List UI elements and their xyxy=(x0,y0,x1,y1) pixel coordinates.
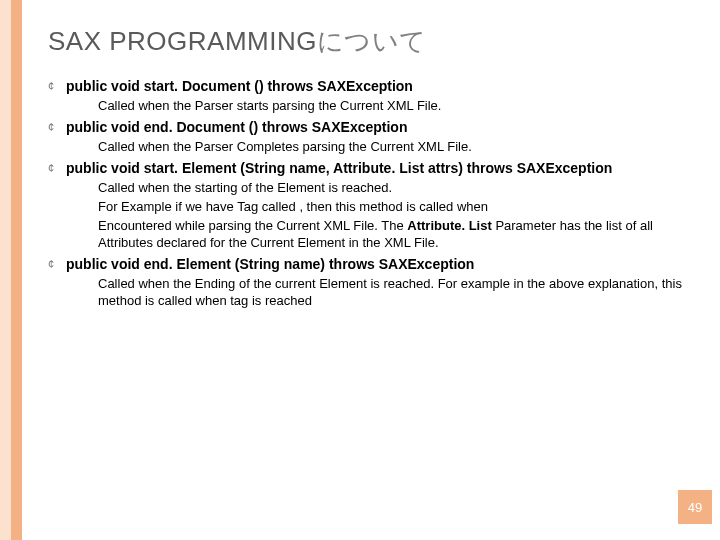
outline-list: ¢ public void start. Document () throws … xyxy=(48,77,684,309)
sublist: Called when the Ending of the current El… xyxy=(78,275,684,309)
list-item: ¢ public void end. Document () throws SA… xyxy=(48,118,684,155)
title-jp: について xyxy=(317,26,427,56)
list-item: ¢ public void start. Document () throws … xyxy=(48,77,684,114)
content-area: SAX PROGRAMMINGについて ¢ public void start.… xyxy=(22,0,720,540)
heading-text: public void end. Element (String name) t… xyxy=(66,255,474,273)
list-item: Called when the starting of the Element … xyxy=(78,179,684,196)
heading-text: public void end. Document () throws SAXE… xyxy=(66,118,407,136)
list-item: Called when the Parser starts parsing th… xyxy=(78,97,684,114)
sub-text: Called when the Parser Completes parsing… xyxy=(98,138,472,155)
stripe-light xyxy=(0,0,11,540)
sub-text: Called when the Parser starts parsing th… xyxy=(98,97,441,114)
list-item: Called when the Ending of the current El… xyxy=(78,275,684,309)
slide-title: SAX PROGRAMMINGについて xyxy=(48,24,684,59)
bullet-lvl1: ¢ xyxy=(48,118,66,136)
sub-text: Encountered while parsing the Current XM… xyxy=(98,217,684,251)
title-prefix: SAX P xyxy=(48,26,127,56)
stripe-dark xyxy=(11,0,22,540)
heading-text: public void start. Element (String name,… xyxy=(66,159,612,177)
list-item: Encountered while parsing the Current XM… xyxy=(78,217,684,251)
bullet-lvl1: ¢ xyxy=(48,255,66,273)
list-item: Called when the Parser Completes parsing… xyxy=(78,138,684,155)
list-item: For Example if we have Tag called … , th… xyxy=(78,198,684,215)
list-item: ¢ public void start. Element (String nam… xyxy=(48,159,684,251)
left-accent xyxy=(0,0,22,540)
bullet-lvl1: ¢ xyxy=(48,159,66,177)
sub-text: Called when the starting of the Element … xyxy=(98,179,392,196)
sublist: Called when the Parser Completes parsing… xyxy=(78,138,684,155)
list-item: ¢ public void end. Element (String name)… xyxy=(48,255,684,309)
bullet-lvl1: ¢ xyxy=(48,77,66,95)
sub-text: For Example if we have Tag called … , th… xyxy=(98,198,488,215)
page-number: 49 xyxy=(678,490,712,524)
sublist: Called when the starting of the Element … xyxy=(78,179,684,251)
sublist: Called when the Parser starts parsing th… xyxy=(78,97,684,114)
title-smallcaps: ROGRAMMING xyxy=(127,26,317,56)
heading-text: public void start. Document () throws SA… xyxy=(66,77,413,95)
slide: SAX PROGRAMMINGについて ¢ public void start.… xyxy=(0,0,720,540)
sub-text: Called when the Ending of the current El… xyxy=(98,275,684,309)
